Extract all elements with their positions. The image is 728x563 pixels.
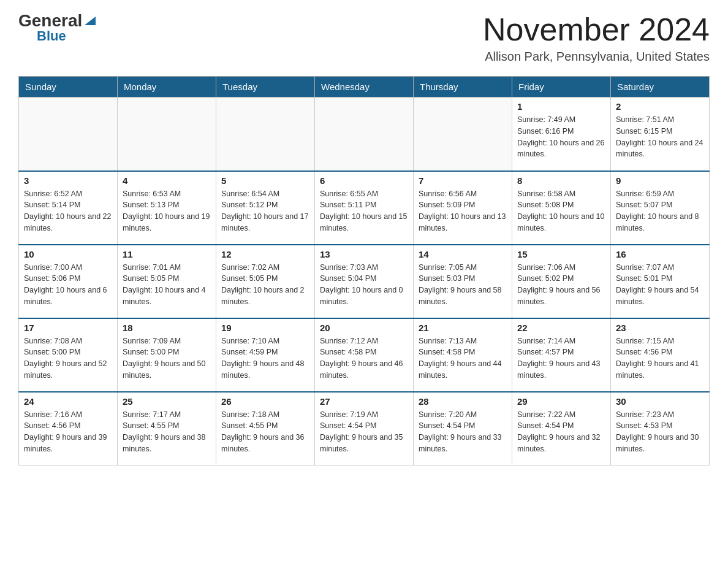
day-number: 3 (24, 175, 112, 186)
calendar-cell: 10Sunrise: 7:00 AMSunset: 5:06 PMDayligh… (19, 245, 118, 318)
calendar-cell: 16Sunrise: 7:07 AMSunset: 5:01 PMDayligh… (611, 245, 710, 318)
day-number: 1 (517, 101, 605, 112)
calendar-week-row: 3Sunrise: 6:52 AMSunset: 5:14 PMDaylight… (19, 171, 710, 245)
day-number: 17 (24, 323, 112, 333)
day-info: Sunrise: 7:09 AMSunset: 5:00 PMDaylight:… (123, 335, 211, 381)
day-number: 14 (419, 249, 507, 259)
calendar-cell: 22Sunrise: 7:14 AMSunset: 4:57 PMDayligh… (512, 318, 611, 392)
day-number: 18 (123, 323, 211, 333)
calendar-cell: 29Sunrise: 7:22 AMSunset: 4:54 PMDayligh… (512, 392, 611, 465)
calendar-table: Sunday Monday Tuesday Wednesday Thursday… (18, 76, 710, 465)
calendar-cell: 15Sunrise: 7:06 AMSunset: 5:02 PMDayligh… (512, 245, 611, 318)
day-number: 15 (517, 249, 605, 259)
calendar-cell: 3Sunrise: 6:52 AMSunset: 5:14 PMDaylight… (19, 171, 118, 245)
day-number: 6 (320, 175, 408, 186)
day-info: Sunrise: 7:03 AMSunset: 5:04 PMDaylight:… (320, 262, 408, 308)
day-info: Sunrise: 7:18 AMSunset: 4:55 PMDaylight:… (221, 409, 309, 455)
day-number: 2 (616, 101, 704, 112)
logo-blue-text: Blue (37, 28, 66, 44)
page-header: General Blue November 2024 Allison Park,… (18, 12, 710, 64)
calendar-cell: 18Sunrise: 7:09 AMSunset: 5:00 PMDayligh… (118, 318, 216, 392)
day-number: 13 (320, 249, 408, 259)
month-title: November 2024 (483, 12, 710, 47)
calendar-cell: 11Sunrise: 7:01 AMSunset: 5:05 PMDayligh… (118, 245, 216, 318)
day-number: 7 (419, 175, 507, 186)
calendar-cell: 9Sunrise: 6:59 AMSunset: 5:07 PMDaylight… (611, 171, 710, 245)
day-info: Sunrise: 6:53 AMSunset: 5:13 PMDaylight:… (123, 188, 211, 234)
day-info: Sunrise: 7:51 AMSunset: 6:15 PMDaylight:… (616, 114, 704, 160)
calendar-header-row: Sunday Monday Tuesday Wednesday Thursday… (19, 77, 710, 98)
day-info: Sunrise: 7:14 AMSunset: 4:57 PMDaylight:… (517, 335, 605, 381)
header-saturday: Saturday (611, 77, 710, 98)
logo-triangle-icon (83, 14, 97, 28)
logo-general-text: General (18, 12, 82, 29)
calendar-week-row: 17Sunrise: 7:08 AMSunset: 5:00 PMDayligh… (19, 318, 710, 392)
day-info: Sunrise: 6:59 AMSunset: 5:07 PMDaylight:… (616, 188, 704, 234)
day-number: 12 (221, 249, 309, 259)
calendar-cell (216, 98, 315, 171)
day-info: Sunrise: 7:12 AMSunset: 4:58 PMDaylight:… (320, 335, 408, 381)
day-info: Sunrise: 7:22 AMSunset: 4:54 PMDaylight:… (517, 409, 605, 455)
calendar-cell: 25Sunrise: 7:17 AMSunset: 4:55 PMDayligh… (118, 392, 216, 465)
calendar-cell: 21Sunrise: 7:13 AMSunset: 4:58 PMDayligh… (414, 318, 512, 392)
day-info: Sunrise: 7:05 AMSunset: 5:03 PMDaylight:… (419, 262, 507, 308)
day-info: Sunrise: 7:00 AMSunset: 5:06 PMDaylight:… (24, 262, 112, 308)
day-info: Sunrise: 7:08 AMSunset: 5:00 PMDaylight:… (24, 335, 112, 381)
calendar-cell: 7Sunrise: 6:56 AMSunset: 5:09 PMDaylight… (414, 171, 512, 245)
calendar-cell: 24Sunrise: 7:16 AMSunset: 4:56 PMDayligh… (19, 392, 118, 465)
calendar-cell: 30Sunrise: 7:23 AMSunset: 4:53 PMDayligh… (611, 392, 710, 465)
header-monday: Monday (118, 77, 216, 98)
day-info: Sunrise: 7:19 AMSunset: 4:54 PMDaylight:… (320, 409, 408, 455)
header-thursday: Thursday (414, 77, 512, 98)
calendar-cell: 5Sunrise: 6:54 AMSunset: 5:12 PMDaylight… (216, 171, 315, 245)
svg-marker-0 (85, 17, 96, 25)
day-info: Sunrise: 7:17 AMSunset: 4:55 PMDaylight:… (123, 409, 211, 455)
calendar-week-row: 1Sunrise: 7:49 AMSunset: 6:16 PMDaylight… (19, 98, 710, 171)
day-number: 20 (320, 323, 408, 333)
header-tuesday: Tuesday (216, 77, 315, 98)
calendar-cell: 19Sunrise: 7:10 AMSunset: 4:59 PMDayligh… (216, 318, 315, 392)
day-number: 9 (616, 175, 704, 186)
day-info: Sunrise: 7:20 AMSunset: 4:54 PMDaylight:… (419, 409, 507, 455)
calendar-cell (19, 98, 118, 171)
day-info: Sunrise: 7:07 AMSunset: 5:01 PMDaylight:… (616, 262, 704, 308)
day-info: Sunrise: 7:23 AMSunset: 4:53 PMDaylight:… (616, 409, 704, 455)
calendar-cell: 2Sunrise: 7:51 AMSunset: 6:15 PMDaylight… (611, 98, 710, 171)
calendar-cell: 14Sunrise: 7:05 AMSunset: 5:03 PMDayligh… (414, 245, 512, 318)
day-number: 21 (419, 323, 507, 333)
day-info: Sunrise: 7:01 AMSunset: 5:05 PMDaylight:… (123, 262, 211, 308)
day-number: 5 (221, 175, 309, 186)
calendar-cell: 4Sunrise: 6:53 AMSunset: 5:13 PMDaylight… (118, 171, 216, 245)
calendar-cell: 26Sunrise: 7:18 AMSunset: 4:55 PMDayligh… (216, 392, 315, 465)
day-number: 28 (419, 396, 507, 407)
day-info: Sunrise: 7:49 AMSunset: 6:16 PMDaylight:… (517, 114, 605, 160)
calendar-cell: 27Sunrise: 7:19 AMSunset: 4:54 PMDayligh… (315, 392, 414, 465)
day-number: 19 (221, 323, 309, 333)
day-number: 27 (320, 396, 408, 407)
calendar-cell (118, 98, 216, 171)
day-number: 16 (616, 249, 704, 259)
calendar-cell: 20Sunrise: 7:12 AMSunset: 4:58 PMDayligh… (315, 318, 414, 392)
header-sunday: Sunday (19, 77, 118, 98)
day-info: Sunrise: 6:52 AMSunset: 5:14 PMDaylight:… (24, 188, 112, 234)
logo: General Blue (18, 12, 97, 44)
day-info: Sunrise: 7:10 AMSunset: 4:59 PMDaylight:… (221, 335, 309, 381)
header-friday: Friday (512, 77, 611, 98)
day-number: 8 (517, 175, 605, 186)
day-info: Sunrise: 6:56 AMSunset: 5:09 PMDaylight:… (419, 188, 507, 234)
title-section: November 2024 Allison Park, Pennsylvania… (483, 12, 710, 64)
calendar-cell: 13Sunrise: 7:03 AMSunset: 5:04 PMDayligh… (315, 245, 414, 318)
calendar-week-row: 10Sunrise: 7:00 AMSunset: 5:06 PMDayligh… (19, 245, 710, 318)
header-wednesday: Wednesday (315, 77, 414, 98)
day-number: 25 (123, 396, 211, 407)
day-number: 11 (123, 249, 211, 259)
calendar-cell (315, 98, 414, 171)
day-number: 30 (616, 396, 704, 407)
calendar-cell: 23Sunrise: 7:15 AMSunset: 4:56 PMDayligh… (611, 318, 710, 392)
location-text: Allison Park, Pennsylvania, United State… (483, 50, 710, 64)
day-info: Sunrise: 6:58 AMSunset: 5:08 PMDaylight:… (517, 188, 605, 234)
day-info: Sunrise: 7:02 AMSunset: 5:05 PMDaylight:… (221, 262, 309, 308)
calendar-cell: 17Sunrise: 7:08 AMSunset: 5:00 PMDayligh… (19, 318, 118, 392)
calendar-cell: 8Sunrise: 6:58 AMSunset: 5:08 PMDaylight… (512, 171, 611, 245)
calendar-cell: 12Sunrise: 7:02 AMSunset: 5:05 PMDayligh… (216, 245, 315, 318)
